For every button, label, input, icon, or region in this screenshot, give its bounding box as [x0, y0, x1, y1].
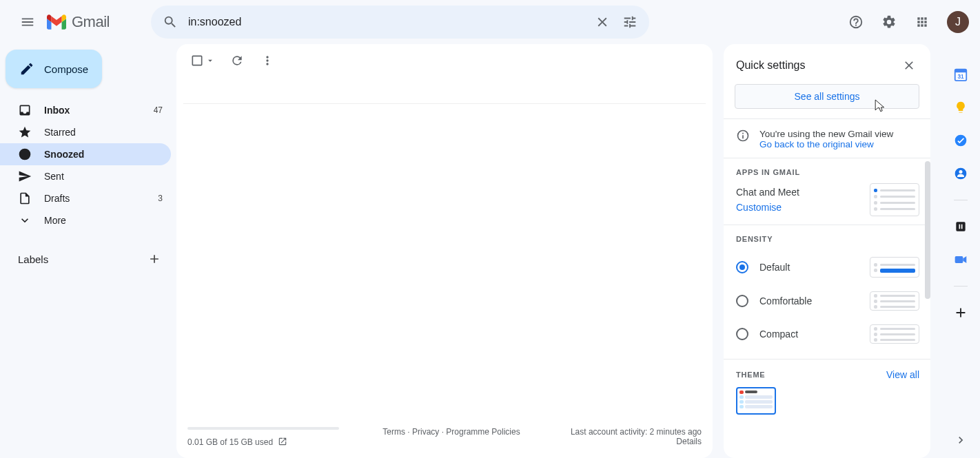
nav-label: Drafts [44, 193, 70, 204]
density-option-compact[interactable]: Compact [736, 318, 919, 351]
tasks-app-button[interactable] [947, 127, 974, 154]
apps-preview [870, 183, 919, 216]
add-label-button[interactable] [145, 249, 164, 269]
apps-grid-icon [915, 15, 929, 29]
help-icon [848, 14, 864, 30]
details-link[interactable]: Details [676, 437, 702, 446]
nav-label: Sent [44, 171, 64, 182]
contacts-app-button[interactable] [947, 160, 974, 187]
gmail-logo-icon [47, 14, 66, 30]
addon-icon [954, 220, 968, 233]
search-icon [163, 14, 178, 30]
search-input[interactable] [184, 16, 589, 28]
calendar-app-button[interactable]: 31 [947, 61, 974, 88]
video-icon [954, 253, 968, 267]
open-storage-button[interactable] [278, 437, 287, 448]
nav-label: Starred [44, 127, 76, 138]
settings-scrollbar[interactable] [925, 161, 930, 299]
info-icon [736, 129, 750, 143]
apps-button[interactable] [908, 8, 936, 36]
tune-icon [622, 14, 637, 30]
apps-section-label: APPS IN GMAIL [736, 168, 919, 176]
density-option-default[interactable]: Default [736, 250, 919, 284]
account-avatar[interactable]: J [947, 11, 969, 33]
go-back-link[interactable]: Go back to the original view [759, 139, 893, 149]
radio-icon [736, 261, 748, 273]
svg-rect-6 [956, 222, 965, 231]
checkbox-icon [190, 54, 204, 67]
theme-option[interactable] [736, 387, 776, 415]
storage-text: 0.01 GB of 15 GB used [187, 437, 273, 447]
customise-link[interactable]: Customise [736, 202, 799, 213]
refresh-button[interactable] [225, 48, 249, 73]
activity-text: Last account activity: 2 minutes ago [536, 427, 702, 437]
more-actions-button[interactable] [255, 48, 280, 73]
sidebar-item-inbox[interactable]: Inbox 47 [0, 99, 171, 121]
sidebar: Compose Inbox 47 Starred Snoozed Sent Dr… [0, 44, 176, 458]
refresh-icon [230, 54, 244, 67]
meet-app-button[interactable] [947, 246, 974, 273]
close-icon [595, 14, 610, 30]
more-vert-icon [261, 54, 274, 67]
theme-view-all-link[interactable]: View all [886, 369, 919, 380]
labels-heading: Labels [18, 253, 48, 265]
density-label: Comfortable [759, 295, 812, 306]
density-preview [870, 257, 919, 278]
svg-text:31: 31 [957, 74, 964, 80]
close-icon [902, 59, 916, 72]
sidebar-item-drafts[interactable]: Drafts 3 [0, 187, 171, 209]
file-icon [18, 191, 32, 205]
sidebar-item-starred[interactable]: Starred [0, 121, 171, 143]
nav-label: More [44, 215, 66, 226]
density-preview [870, 291, 919, 311]
star-icon [18, 125, 32, 139]
get-addons-button[interactable] [947, 299, 974, 326]
density-option-comfortable[interactable]: Comfortable [736, 284, 919, 318]
sidebar-item-sent[interactable]: Sent [0, 165, 171, 187]
inbox-icon [18, 103, 32, 117]
addon-app-button[interactable] [947, 213, 974, 240]
chevron-icon [18, 214, 32, 227]
new-view-info: You're using the new Gmail view [759, 129, 893, 139]
open-in-new-icon [278, 437, 287, 446]
density-label: Compact [759, 329, 798, 340]
quick-settings-panel: Quick settings See all settings You're u… [724, 44, 930, 458]
pencil-icon [19, 61, 34, 76]
clear-search-button[interactable] [589, 8, 616, 36]
plus-icon [953, 305, 968, 320]
see-all-settings-button[interactable]: See all settings [735, 84, 919, 109]
gmail-logo[interactable]: Gmail [47, 13, 110, 31]
calendar-icon: 31 [953, 67, 968, 82]
svg-rect-8 [961, 225, 963, 229]
support-button[interactable] [842, 8, 870, 36]
density-section-label: DENSITY [736, 235, 919, 243]
clock-icon [18, 147, 32, 161]
close-settings-button[interactable] [899, 55, 919, 76]
policies-link[interactable]: Programme Policies [446, 427, 520, 437]
sidebar-item-more[interactable]: More [0, 209, 171, 231]
privacy-link[interactable]: Privacy [412, 427, 439, 437]
side-panel: 31 [941, 44, 980, 458]
mail-list-panel: 0.01 GB of 15 GB used Terms · Privacy · … [176, 44, 713, 458]
collapse-side-panel-button[interactable] [951, 430, 970, 450]
terms-link[interactable]: Terms [382, 427, 405, 437]
keep-app-button[interactable] [947, 94, 974, 121]
density-preview [870, 324, 919, 344]
tasks-icon [954, 134, 968, 147]
search-options-button[interactable] [616, 8, 644, 36]
select-all-checkbox[interactable] [186, 50, 219, 72]
nav-count: 47 [154, 105, 163, 115]
search-button[interactable] [156, 8, 184, 36]
svg-rect-1 [955, 70, 967, 73]
search-bar [151, 6, 649, 39]
compose-button[interactable]: Compose [6, 50, 102, 88]
settings-button[interactable] [875, 8, 903, 36]
svg-point-5 [959, 170, 963, 174]
contacts-icon [954, 167, 968, 180]
radio-icon [736, 295, 748, 307]
main-menu-button[interactable] [11, 6, 44, 39]
nav-count: 3 [158, 194, 163, 203]
sidebar-item-snoozed[interactable]: Snoozed [0, 143, 171, 165]
apps-title: Chat and Meet [736, 187, 799, 198]
gear-icon [881, 14, 897, 30]
